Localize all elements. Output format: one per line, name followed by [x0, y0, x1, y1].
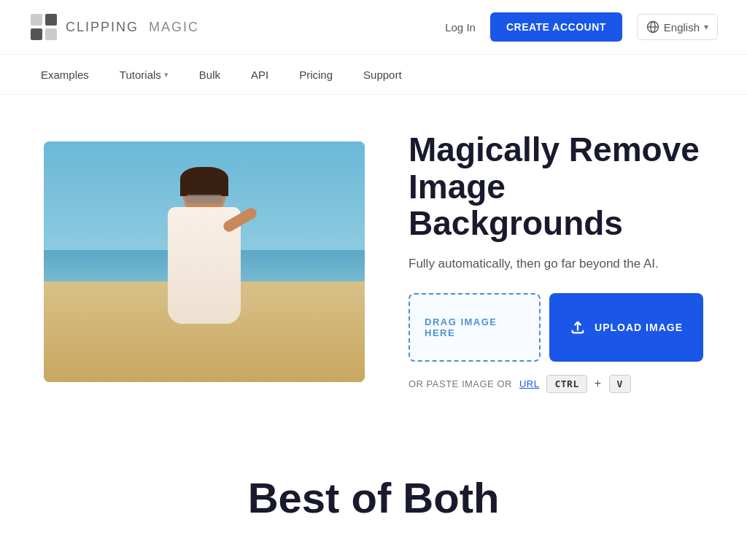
svg-rect-0	[31, 14, 42, 26]
upload-icon	[570, 319, 586, 335]
nav-label-examples: Examples	[41, 69, 89, 81]
header: CLIPPING MAGIC Log In CREATE ACCOUNT Eng…	[0, 0, 747, 55]
chevron-tutorials-icon: ▾	[164, 70, 169, 79]
drag-drop-zone[interactable]: DRAG IMAGE HERE	[409, 293, 541, 362]
login-link[interactable]: Log In	[445, 21, 476, 34]
nav-label-pricing: Pricing	[299, 69, 333, 81]
person-silhouette	[131, 167, 277, 364]
nav-label-tutorials: Tutorials	[120, 69, 161, 81]
svg-rect-3	[45, 28, 57, 40]
logo-icon	[29, 12, 58, 42]
hero-section: Magically Remove Image Backgrounds Fully…	[0, 95, 747, 429]
language-selector[interactable]: English ▾	[637, 14, 718, 40]
hero-title: Magically Remove Image Backgrounds	[409, 131, 703, 242]
upload-button-label: UPLOAD IMAGE	[595, 322, 683, 333]
header-right: Log In CREATE ACCOUNT English ▾	[445, 12, 718, 42]
beach-scene-bg	[44, 141, 365, 382]
nav-item-pricing[interactable]: Pricing	[287, 64, 344, 85]
bottom-section: Best of Both	[0, 429, 747, 551]
upload-image-button[interactable]: UPLOAD IMAGE	[549, 293, 703, 362]
logo[interactable]: CLIPPING MAGIC	[29, 12, 199, 42]
svg-rect-2	[31, 28, 42, 40]
paste-prefix: OR PASTE IMAGE OR	[409, 378, 512, 389]
chevron-down-icon: ▾	[704, 22, 708, 32]
logo-name-bold: CLIPPING	[66, 20, 139, 34]
paste-area: OR PASTE IMAGE OR URL CTRL + V	[409, 375, 703, 393]
url-link[interactable]: URL	[519, 378, 540, 389]
hero-content: Magically Remove Image Backgrounds Fully…	[409, 131, 703, 393]
drag-zone-label: DRAG IMAGE HERE	[425, 316, 525, 338]
v-key: V	[609, 375, 631, 393]
nav-item-api[interactable]: API	[239, 64, 280, 85]
bottom-title: Best of Both	[29, 473, 718, 522]
main-nav: Examples Tutorials ▾ Bulk API Pricing Su…	[0, 55, 747, 95]
nav-label-api: API	[251, 69, 268, 81]
ctrl-key: CTRL	[546, 375, 587, 393]
nav-item-bulk[interactable]: Bulk	[187, 64, 232, 85]
nav-item-examples[interactable]: Examples	[29, 64, 101, 85]
nav-item-support[interactable]: Support	[352, 64, 414, 85]
nav-label-support: Support	[363, 69, 402, 81]
language-label: English	[664, 21, 700, 34]
svg-rect-1	[45, 14, 57, 26]
logo-name-light: MAGIC	[149, 20, 199, 34]
upload-area: DRAG IMAGE HERE UPLOAD IMAGE	[409, 293, 703, 362]
hero-image	[44, 141, 365, 382]
globe-icon	[646, 20, 659, 34]
nav-item-tutorials[interactable]: Tutorials ▾	[108, 64, 180, 85]
plus-icon: +	[595, 377, 602, 390]
nav-label-bulk: Bulk	[199, 69, 220, 81]
hero-subtitle: Fully automatically, then go far beyond …	[409, 257, 703, 271]
logo-text: CLIPPING MAGIC	[66, 20, 199, 35]
create-account-button[interactable]: CREATE ACCOUNT	[490, 12, 622, 42]
